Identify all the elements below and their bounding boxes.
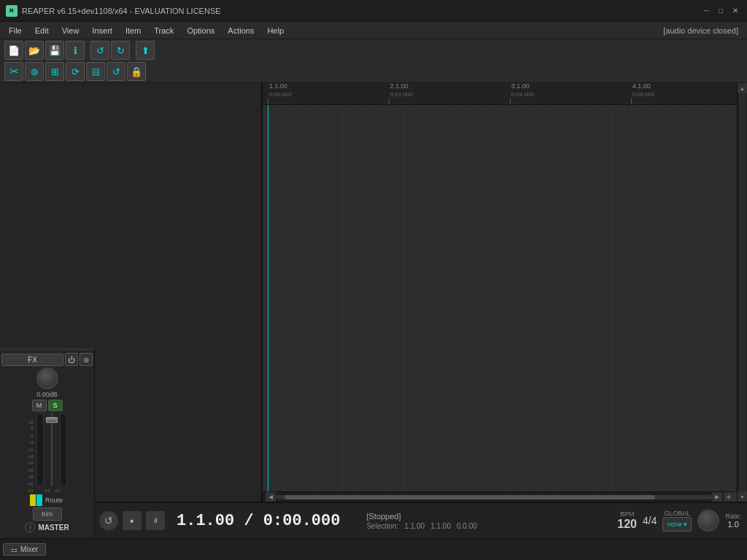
meter-bottom-labels: -inf -inf <box>43 488 60 493</box>
bpm-value[interactable]: 120 <box>617 518 637 531</box>
menu-file[interactable]: File <box>3 25 28 36</box>
trim-tool-button[interactable]: ✂ <box>4 62 23 81</box>
open-project-button[interactable]: 📂 <box>25 41 44 60</box>
toolbar-inner: 📄 📂 💾 ℹ ↺ ↻ ⬆ ✂ ⊛ ⊞ ⟳ ⊟ ↺ 🔒 <box>4 41 155 81</box>
grid-line <box>703 105 704 491</box>
menu-track[interactable]: Track <box>148 25 179 36</box>
fx-button[interactable]: FX <box>1 354 63 366</box>
menu-help[interactable]: Help <box>261 25 290 36</box>
grid-line <box>568 105 568 491</box>
fader-thumb[interactable] <box>46 417 58 423</box>
info-button[interactable]: ℹ <box>66 41 85 60</box>
pause-button[interactable]: ⏸ <box>146 511 165 530</box>
render-button[interactable]: ⬆ <box>136 41 155 60</box>
grid-line <box>314 105 314 491</box>
minimize-button[interactable]: ─ <box>700 5 712 17</box>
time-display: 1.1.00 / 0:00.000 <box>177 512 340 530</box>
volume-display: 0.00dB <box>36 391 58 398</box>
selection-info: Selection: 1.1.00 1.1.00 0.0.00 <box>366 522 476 530</box>
grid-line <box>268 105 268 491</box>
ruler-tick-2 <box>389 98 390 104</box>
ruler-time-1: 0:00.000 <box>269 91 292 98</box>
stop-button[interactable]: ■ <box>123 511 142 530</box>
grid-line <box>476 105 476 491</box>
menu-view[interactable]: View <box>56 25 85 36</box>
redo-button[interactable]: ↻ <box>111 41 130 60</box>
grid-line <box>432 105 433 491</box>
color-strips <box>30 494 42 506</box>
menu-insert[interactable]: Insert <box>86 25 118 36</box>
timeline-ruler[interactable]: 1.1.00 0:00.000 2.1.00 0:02.000 3.1.00 0… <box>263 83 747 105</box>
title-text: REAPER v6.15+dev1108/x64 - EVALUATION LI… <box>22 7 221 15</box>
timesig-value[interactable]: 4/4 <box>643 515 657 526</box>
sel-length: 0.0.00 <box>457 522 477 530</box>
vert-scrollbar-track[interactable] <box>739 93 746 491</box>
scrollbar-thumb[interactable] <box>285 495 655 499</box>
new-project-button[interactable]: 📄 <box>4 41 23 60</box>
scroll-right-button[interactable]: ▶ <box>712 492 722 502</box>
metronome-knob[interactable] <box>697 510 719 532</box>
grid-line <box>343 105 344 491</box>
save-project-button[interactable]: 💾 <box>45 41 64 60</box>
close-button[interactable]: ✕ <box>729 5 741 17</box>
timesig-block[interactable]: 4/4 <box>643 515 657 526</box>
menu-actions[interactable]: Actions <box>222 25 260 36</box>
undo-button[interactable]: ↺ <box>90 41 109 60</box>
mixer-tab-icon: ⚏ <box>11 545 18 553</box>
global-button[interactable]: none ▾ <box>662 517 692 532</box>
ruler-bar-3: 3.1.00 <box>511 83 530 90</box>
scroll-down-button[interactable]: ▼ <box>738 491 748 502</box>
global-label: GLOBAL <box>664 510 690 517</box>
arrangement-area: 1.1.00 0:00.000 2.1.00 0:02.000 3.1.00 0… <box>263 83 747 502</box>
snap-button[interactable]: ⊟ <box>86 62 105 81</box>
knob-row <box>36 368 58 389</box>
color-strip-yellow <box>30 494 36 506</box>
maximize-button[interactable]: □ <box>715 5 727 17</box>
menu-edit[interactable]: Edit <box>29 25 55 36</box>
color-strip-cyan <box>36 494 42 506</box>
ruler-time-4: 0:06.000 <box>632 91 655 98</box>
toolbar: 📄 📂 💾 ℹ ↺ ↻ ⬆ ✂ ⊛ ⊞ ⟳ ⊟ ↺ 🔒 <box>0 39 747 83</box>
info-icon[interactable]: i <box>25 522 35 532</box>
loop-button[interactable]: ↺ <box>107 62 125 81</box>
grid-button[interactable]: ⊞ <box>45 62 64 81</box>
zoom-plus-button[interactable]: + <box>724 492 734 502</box>
arrange-horizontal-scrollbar[interactable]: ◀ ▶ + − <box>263 491 747 502</box>
mute-button[interactable]: M <box>32 400 47 411</box>
lock-button[interactable]: 🔒 <box>127 62 146 81</box>
sel-end: 1.1.00 <box>430 522 451 530</box>
grid-line <box>510 105 511 491</box>
solo-button[interactable]: S <box>48 400 63 411</box>
scrollbar-track[interactable] <box>276 495 712 499</box>
toolbar-row1: 📄 📂 💾 ℹ ↺ ↻ ⬆ <box>4 41 155 60</box>
trim-button[interactable]: trim <box>33 508 62 521</box>
master-volume-knob[interactable] <box>36 368 58 389</box>
route-button[interactable]: Route <box>44 496 64 505</box>
window-controls: ─ □ ✕ <box>700 5 741 17</box>
menu-options[interactable]: Options <box>181 25 220 36</box>
ruler-tick-1 <box>268 98 268 104</box>
grid-line <box>689 105 689 491</box>
track-area[interactable] <box>263 105 747 491</box>
transport-bar: ⏮ ⏭ ● ▶ ↺ ■ ⏸ 1.1.00 / 0:00.000 [Stopped… <box>0 502 747 538</box>
scroll-left-button[interactable]: ◀ <box>266 492 276 502</box>
left-meter-container: 12 6 0 -6 -12 -18 -24 -30 -36 -42 -54 <box>27 420 35 493</box>
mixer-tab[interactable]: ⚏ Mixer <box>3 543 46 556</box>
ruler-bar-4: 4.1.00 <box>632 83 651 90</box>
grid-line <box>446 105 447 491</box>
loop-button[interactable]: ↺ <box>99 511 118 530</box>
menu-item[interactable]: Item <box>120 25 147 36</box>
vertical-scrollbar[interactable]: ▲ ▼ <box>737 83 747 502</box>
envelope-button[interactable]: ⟳ <box>66 62 85 81</box>
menu-bar: File Edit View Insert Item Track Options… <box>0 22 747 39</box>
group-button[interactable]: ⊛ <box>25 62 44 81</box>
send-button[interactable]: ⊛ <box>80 353 93 366</box>
left-meter-scale: 12 6 0 -6 -12 -18 -24 -30 -36 -42 -54 <box>27 420 35 493</box>
grid-line <box>631 105 632 491</box>
scroll-up-button[interactable]: ▲ <box>738 83 748 93</box>
right-level-meter <box>60 413 67 486</box>
rate-label: Rate: <box>725 513 741 520</box>
grid-line <box>718 105 719 491</box>
bpm-area: BPM 120 4/4 GLOBAL none ▾ Rate: 1.0 <box>617 510 741 532</box>
fx-power-button[interactable]: ⏻ <box>65 353 78 366</box>
